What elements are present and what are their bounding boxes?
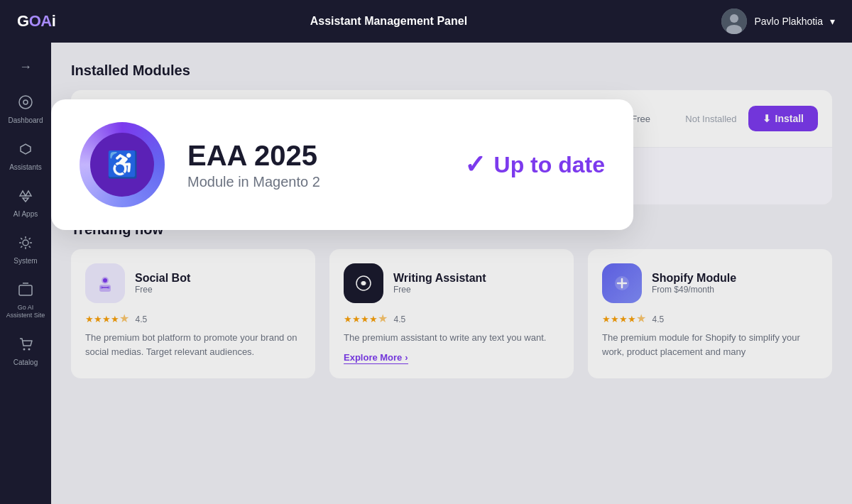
svg-point-4 <box>23 100 28 104</box>
svg-point-8 <box>28 348 31 350</box>
ai-apps-icon <box>18 188 33 207</box>
user-name: Pavlo Plakhotia <box>754 16 823 27</box>
popup-info: EAA 2025 Module in Magento 2 <box>187 140 442 190</box>
popup-overlay: ♿ EAA 2025 Module in Magento 2 ✓ Up to d… <box>51 43 852 504</box>
sidebar-item-label: Assistants <box>9 163 42 171</box>
logo: GOAi <box>17 12 55 31</box>
popup-logo: ♿ <box>80 122 165 207</box>
svg-rect-6 <box>19 285 32 295</box>
checkmark-icon: ✓ <box>464 150 486 180</box>
chevron-down-icon: ▾ <box>830 16 835 27</box>
sidebar-item-label: AI Apps <box>13 210 38 218</box>
popup-status: ✓ Up to date <box>464 150 605 180</box>
svg-point-7 <box>23 348 26 350</box>
up-to-date-label: Up to date <box>494 152 605 178</box>
catalog-icon <box>18 336 33 356</box>
svg-point-3 <box>19 96 32 109</box>
sidebar-item-system[interactable]: System <box>3 229 48 270</box>
sidebar-item-label: Dashboard <box>9 116 43 124</box>
popup-logo-inner: ♿ <box>90 133 154 197</box>
top-navigation: GOAi Assistant Management Panel Pavlo Pl… <box>0 0 852 43</box>
sidebar-item-label: Catalog <box>13 358 38 366</box>
page-title: Assistant Management Panel <box>310 15 467 28</box>
popup-title: EAA 2025 <box>187 140 442 171</box>
go-ai-site-icon <box>18 282 33 301</box>
sidebar-item-catalog[interactable]: Catalog <box>3 331 48 372</box>
svg-point-1 <box>730 14 738 23</box>
assistants-icon <box>18 141 33 160</box>
sidebar: → Dashboard Assistants AI Apps <box>0 43 51 504</box>
accessibility-large-icon: ♿ <box>106 150 138 180</box>
dashboard-icon <box>18 94 33 114</box>
avatar <box>721 9 747 34</box>
popup-subtitle: Module in Magento 2 <box>187 174 442 190</box>
sidebar-item-assistants[interactable]: Assistants <box>3 136 48 177</box>
system-icon <box>18 235 33 254</box>
user-profile[interactable]: Pavlo Plakhotia ▾ <box>721 9 835 34</box>
sidebar-item-go-ai-site[interactable]: Go AIAssistent Site <box>3 276 48 325</box>
sidebar-item-label: Go AIAssistent Site <box>6 304 45 319</box>
svg-point-5 <box>23 240 28 246</box>
sidebar-item-dashboard[interactable]: Dashboard <box>3 89 48 130</box>
main-content: Installed Modules 🎤 Search Consultant Mo… <box>51 43 852 504</box>
sidebar-item-label: System <box>13 257 37 265</box>
sidebar-item-ai-apps[interactable]: AI Apps <box>3 182 48 224</box>
sidebar-collapse-button[interactable]: → <box>13 54 38 80</box>
popup-card: ♿ EAA 2025 Module in Magento 2 ✓ Up to d… <box>51 99 633 230</box>
